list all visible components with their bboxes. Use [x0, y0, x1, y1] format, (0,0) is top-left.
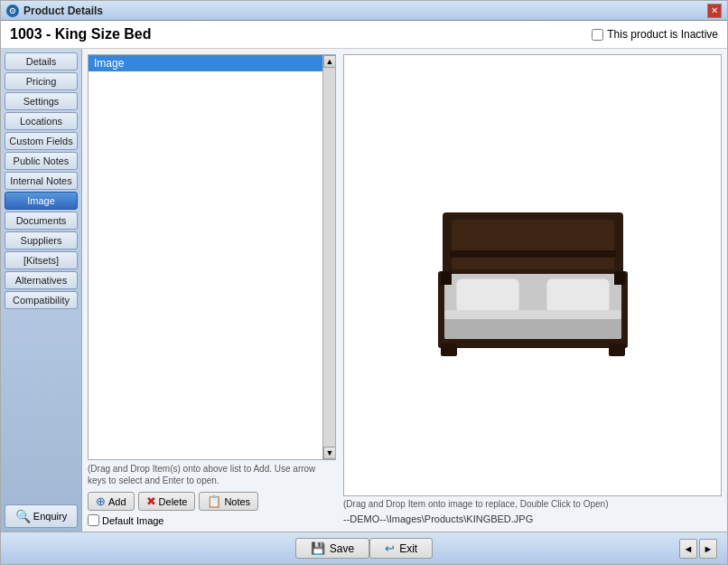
- content-area: Details Pricing Settings Locations Custo…: [1, 49, 727, 532]
- bottom-bar: 💾 Save ↩ Exit ◄ ►: [1, 532, 727, 564]
- delete-icon: ✖: [146, 494, 156, 508]
- sidebar-item-kitsets[interactable]: [Kitsets]: [5, 251, 78, 269]
- list-actions: ⊕ Add ✖ Delete 📋 Notes: [88, 492, 336, 526]
- image-display[interactable]: [343, 54, 722, 496]
- app-icon: ⊙: [6, 5, 19, 17]
- title-bar-left: ⊙ Product Details: [6, 5, 103, 17]
- bed-svg: [406, 185, 659, 366]
- close-button[interactable]: ✕: [707, 4, 722, 18]
- svg-rect-12: [614, 271, 625, 285]
- sidebar-enquiry-button[interactable]: 🔍 Enquiry: [5, 504, 78, 528]
- list-panel: Image ▲ ▼ (Drag and Drop Item(s) onto ab…: [88, 54, 336, 526]
- main-panel: Image ▲ ▼ (Drag and Drop Item(s) onto ab…: [82, 49, 727, 532]
- list-item-image[interactable]: Image: [89, 55, 335, 71]
- notes-label: Notes: [224, 496, 250, 507]
- save-button[interactable]: 💾 Save: [295, 538, 369, 559]
- sidebar-item-public-notes[interactable]: Public Notes: [5, 152, 78, 170]
- add-label: Add: [108, 496, 126, 507]
- sidebar-item-suppliers[interactable]: Suppliers: [5, 231, 78, 250]
- sidebar-item-details[interactable]: Details: [5, 52, 78, 71]
- exit-button[interactable]: ↩ Exit: [369, 538, 433, 559]
- list-hint: (Drag and Drop Item(s) onto above list t…: [88, 460, 336, 489]
- save-icon: 💾: [311, 541, 325, 555]
- sidebar-item-pricing[interactable]: Pricing: [5, 72, 78, 90]
- svg-rect-1: [452, 220, 614, 269]
- scroll-track: [323, 68, 335, 447]
- image-panel: (Drag and Drop Item onto image to replac…: [343, 54, 722, 526]
- add-button[interactable]: ⊕ Add: [88, 492, 135, 511]
- product-title: 1003 - King Size Bed: [10, 26, 152, 42]
- svg-rect-11: [441, 271, 452, 285]
- sidebar-spacer: [5, 311, 78, 503]
- sidebar-item-internal-notes[interactable]: Internal Notes: [5, 172, 78, 190]
- sidebar-item-compatibility[interactable]: Compatibility: [5, 291, 78, 309]
- default-image-checkbox[interactable]: [88, 514, 99, 526]
- svg-rect-9: [441, 344, 457, 356]
- image-section: Image ▲ ▼ (Drag and Drop Item(s) onto ab…: [88, 54, 722, 526]
- inactive-checkbox-container[interactable]: This product is Inactive: [592, 28, 718, 41]
- bottom-row: 💾 Save ↩ Exit ◄ ►: [5, 538, 723, 559]
- default-image-label: Default Image: [102, 515, 163, 526]
- svg-rect-2: [450, 250, 616, 258]
- sidebar-item-custom-fields[interactable]: Custom Fields: [5, 132, 78, 150]
- exit-icon: ↩: [385, 541, 395, 555]
- svg-rect-6: [546, 278, 610, 313]
- delete-button[interactable]: ✖ Delete: [138, 492, 196, 511]
- nav-buttons: ◄ ►: [679, 539, 717, 559]
- svg-rect-5: [456, 278, 519, 313]
- notes-icon: 📋: [207, 494, 221, 508]
- list-scrollbar: ▲ ▼: [322, 55, 335, 459]
- image-hint: (Drag and Drop Item onto image to replac…: [343, 496, 722, 512]
- add-icon: ⊕: [96, 494, 106, 508]
- inactive-label: This product is Inactive: [607, 28, 718, 41]
- sidebar-item-documents[interactable]: Documents: [5, 212, 78, 230]
- prev-button[interactable]: ◄: [679, 539, 697, 559]
- scroll-up-button[interactable]: ▲: [323, 55, 336, 68]
- notes-button[interactable]: 📋 Notes: [199, 492, 258, 511]
- sidebar-item-alternatives[interactable]: Alternatives: [5, 271, 78, 289]
- title-bar-text: Product Details: [23, 5, 103, 17]
- save-label: Save: [330, 542, 354, 555]
- enquiry-icon: 🔍: [15, 509, 31, 523]
- enquiry-label: Enquiry: [33, 511, 67, 522]
- main-window: ⊙ Product Details ✕ 1003 - King Size Bed…: [0, 0, 728, 565]
- inactive-checkbox[interactable]: [592, 29, 603, 41]
- svg-rect-10: [609, 344, 625, 356]
- image-path: --DEMO--\Images\Products\KINGBED.JPG: [343, 512, 722, 526]
- sidebar-item-locations[interactable]: Locations: [5, 112, 78, 130]
- svg-rect-8: [444, 310, 621, 319]
- sidebar: Details Pricing Settings Locations Custo…: [1, 49, 82, 532]
- title-bar: ⊙ Product Details ✕: [1, 1, 727, 21]
- next-button[interactable]: ►: [699, 539, 717, 559]
- default-image-container[interactable]: Default Image: [88, 514, 163, 526]
- sidebar-item-settings[interactable]: Settings: [5, 92, 78, 110]
- exit-label: Exit: [399, 542, 417, 555]
- delete-label: Delete: [159, 496, 188, 507]
- image-list-box[interactable]: Image ▲ ▼: [88, 54, 336, 460]
- sidebar-item-image[interactable]: Image: [5, 192, 78, 210]
- scroll-down-button[interactable]: ▼: [323, 447, 336, 459]
- product-header: 1003 - King Size Bed This product is Ina…: [1, 21, 727, 49]
